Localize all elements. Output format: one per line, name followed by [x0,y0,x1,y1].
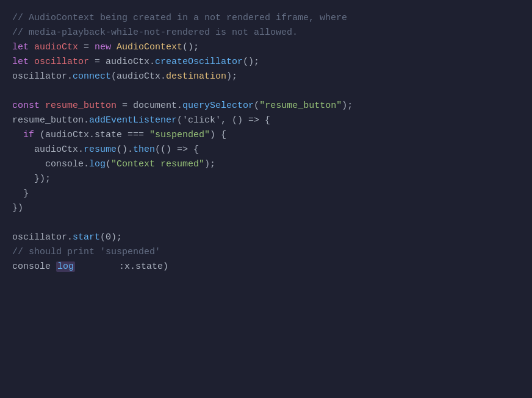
token-plain: ('click', () => { [177,115,270,126]
token-plain [75,261,119,272]
token-plain: :x.state) [119,261,168,272]
token-plain: ( [106,159,111,169]
token-plain: resume_button. [12,115,89,126]
code-line: if (audioCtx.state === "suspended") { [12,128,520,143]
code-line: // AudioContext being created in a not r… [12,11,520,26]
token-func: addEventListener [89,115,177,126]
code-line: } [12,187,520,201]
token-func: log [56,261,75,272]
code-block: // AudioContext being created in a not r… [12,11,520,274]
token-plain: }) [12,203,23,213]
token-plain: ( [254,101,259,111]
token-plain: ); [204,159,215,169]
code-line: // media-playback-while-not-rendered is … [12,26,520,40]
token-plain: ); [342,101,353,111]
token-plain: (); [243,57,259,67]
code-line: oscillator.connect(audioCtx.destination)… [12,69,520,84]
token-comment: // media-playback-while-not-rendered is … [12,27,298,38]
token-plain: oscillator. [12,71,73,82]
code-line: }); [12,172,520,187]
token-variable: resume_button [40,101,122,111]
code-line [12,216,520,230]
token-plain: } [12,188,29,199]
code-line: const resume_button = document.querySele… [12,99,520,113]
token-plain: }); [12,174,51,184]
token-plain: (). [117,144,133,155]
code-line: console.log("Context resumed"); [12,157,520,172]
token-class-name: AudioContext [117,42,182,52]
token-variable: oscillator [29,57,95,67]
token-plain: = audioCtx. [95,57,155,67]
token-plain: console. [12,159,89,169]
token-string: "suspended" [149,130,210,140]
code-line: oscillator.start(0); [12,230,520,245]
token-property: destination [166,71,226,82]
token-func: then [133,144,155,155]
token-plain: (0); [100,232,122,243]
code-line: resume_button.addEventListener('click', … [12,113,520,128]
token-func: createOscillator [155,57,243,67]
token-string: "resume_button" [259,101,342,111]
token-plain: = document. [122,101,182,111]
token-string: "Context resumed" [111,159,204,169]
token-plain: oscillator. [12,232,73,243]
token-plain: (audioCtx. [111,71,166,82]
token-func: resume [84,144,117,155]
code-line: }) [12,201,520,216]
token-func: start [73,232,100,243]
token-operator: = [84,42,95,52]
token-keyword: if [12,130,34,140]
token-keyword: let [12,42,29,52]
token-keyword: let [12,57,29,67]
code-line: console log :x.state) [12,260,520,274]
code-line: audioCtx.resume().then(() => { [12,143,520,157]
token-func: log [89,159,106,169]
token-plain: (audioCtx.state === [34,130,149,140]
token-variable: audioCtx [29,42,84,52]
token-plain: ) { [210,130,226,140]
token-keyword: new [95,42,117,52]
code-line [12,84,520,99]
token-plain: ); [226,71,237,82]
code-line: // should print 'suspended' [12,245,520,260]
token-plain: audioCtx. [12,144,84,155]
code-line: let audioCtx = new AudioContext(); [12,40,520,55]
token-plain: (); [182,42,199,52]
token-plain: console [12,261,56,272]
token-keyword: const [12,101,40,111]
token-comment: // should print 'suspended' [12,247,160,257]
token-plain: (() => { [155,144,199,155]
code-line: let oscillator = audioCtx.createOscillat… [12,55,520,69]
token-func: connect [73,71,111,82]
token-func: querySelector [182,101,254,111]
code-editor: // AudioContext being created in a not r… [0,0,532,398]
token-comment: // AudioContext being created in a not r… [12,13,347,23]
